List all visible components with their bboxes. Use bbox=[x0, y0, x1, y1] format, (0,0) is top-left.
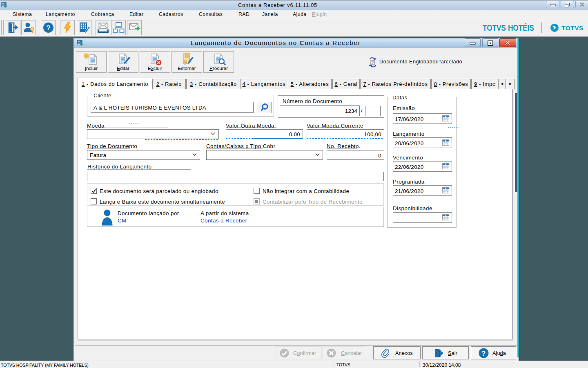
svg-text:?: ? bbox=[46, 24, 50, 32]
svg-text:TOTVS: TOTVS bbox=[561, 25, 583, 31]
svg-text:?: ? bbox=[482, 350, 486, 357]
